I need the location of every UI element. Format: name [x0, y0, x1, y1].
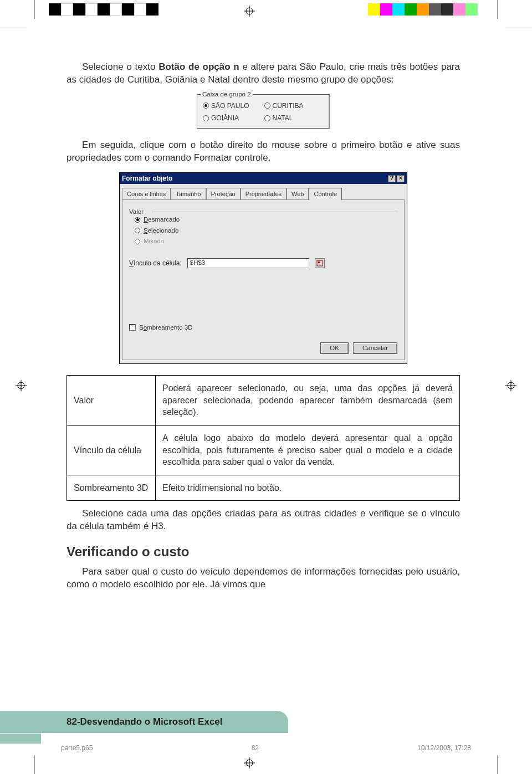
text-run: Selecione o texto [82, 61, 158, 72]
color-bar-right [368, 3, 478, 16]
radio-icon [264, 102, 270, 109]
page-footer-tab [0, 734, 41, 744]
tab-propriedades[interactable]: Propriedades [241, 188, 287, 200]
dialog-titlebar: Formatar objeto ? × [120, 173, 407, 184]
ref-edit-icon [316, 260, 323, 266]
radio-goiania[interactable]: GOIÂNIA [203, 114, 262, 122]
registration-mark-icon [16, 380, 27, 391]
crop-mark [34, 755, 35, 774]
radio-icon [135, 228, 140, 233]
page-number: 82 [66, 716, 77, 727]
crop-mark [34, 0, 35, 19]
definition-table: Valor Poderá aparecer selecionado, ou se… [66, 375, 460, 501]
format-object-dialog: Formatar objeto ? × Cores e linhas Taman… [119, 172, 407, 364]
tab-web[interactable]: Web [287, 188, 309, 200]
ok-button[interactable]: OK [320, 342, 349, 355]
section-heading: Verificando o custo [66, 543, 460, 561]
valor-fieldset: Valor Desmarcado Selecionado Mixado [129, 208, 397, 250]
table-row: Sombreamento 3D Efeito tridimensional no… [67, 475, 460, 501]
radio-desmarcado[interactable]: Desmarcado [135, 216, 392, 224]
crop-mark [505, 28, 532, 28]
book-title: Desvendando o Microsoft Excel [80, 716, 223, 727]
vinculo-row: Vínculo da célula: $H$3 [129, 258, 397, 268]
radio-icon [203, 102, 209, 109]
radio-icon [135, 217, 140, 223]
paragraph: Para saber qual o custo do veículo depen… [66, 566, 460, 591]
desc-cell: A célula logo abaixo do modelo deverá ap… [156, 425, 460, 475]
groupbox-legend: Caixa de grupo 2 [201, 90, 253, 99]
radio-icon [264, 115, 270, 121]
radio-label: CURITIBA [273, 101, 304, 110]
desc-cell: Poderá aparecer selecionado, ou seja, um… [156, 376, 460, 426]
radio-label: NATAL [273, 114, 293, 122]
document-footer: parte5.p65 82 10/12/2003, 17:28 [61, 744, 471, 752]
crop-mark [0, 28, 27, 28]
cancel-button[interactable]: Cancelar [353, 342, 397, 355]
footer-file: parte5.p65 [61, 744, 93, 752]
tab-controle[interactable]: Controle [309, 188, 342, 200]
vinculo-label: Vínculo da célula: [129, 259, 182, 268]
groupbox-figure: Caixa de grupo 2 SÃO PAULO CURITIBA GOIÂ… [197, 94, 330, 129]
radio-icon [135, 239, 140, 244]
opt-label-rest: esmarcado [148, 216, 180, 223]
paragraph: Selecione o texto Botão de opção n e alt… [66, 61, 460, 86]
radio-icon [203, 115, 209, 121]
dialog-title: Formatar objeto [122, 174, 172, 183]
registration-mark-icon [244, 757, 255, 768]
valor-label: Valor [129, 208, 146, 217]
page-footer-band: 82 - Desvendando o Microsoft Excel [0, 711, 288, 733]
paragraph: Selecione cada uma das opções criadas pa… [66, 508, 460, 533]
radio-label: GOIÂNIA [211, 114, 239, 122]
tab-tamanho[interactable]: Tamanho [171, 188, 206, 200]
footer-page: 82 [252, 744, 259, 752]
crop-mark [497, 0, 498, 19]
footer-datetime: 10/12/2003, 17:28 [417, 744, 471, 752]
close-button[interactable]: × [397, 175, 405, 182]
text-run-bold: Botão de opção n [158, 61, 239, 72]
sombreamento-label: Sombreamento 3D [139, 324, 193, 332]
radio-selecionado[interactable]: Selecionado [135, 227, 392, 235]
term-cell: Sombreamento 3D [67, 475, 156, 501]
checkbox-icon [129, 324, 136, 331]
opt-label: Mixado [144, 237, 164, 246]
radio-curitiba[interactable]: CURITIBA [264, 101, 324, 110]
page-body: Selecione o texto Botão de opção n e alt… [66, 61, 460, 598]
dialog-tabpanel: Valor Desmarcado Selecionado Mixado Vínc… [122, 199, 405, 360]
option-group-box: Caixa de grupo 2 SÃO PAULO CURITIBA GOIÂ… [197, 94, 330, 129]
term-cell: Vínculo da célula [67, 425, 156, 475]
sombreamento-row[interactable]: Sombreamento 3D [129, 324, 193, 332]
ref-edit-button[interactable] [315, 258, 325, 268]
color-bar-left [49, 3, 158, 16]
radio-natal[interactable]: NATAL [264, 114, 324, 122]
radio-sao-paulo[interactable]: SÃO PAULO [203, 101, 262, 110]
help-button[interactable]: ? [388, 175, 396, 182]
radio-mixado: Mixado [135, 237, 392, 246]
tab-protecao[interactable]: Proteção [206, 188, 241, 200]
table-row: Vínculo da célula A célula logo abaixo d… [67, 425, 460, 475]
desc-cell: Efeito tridimensional no botão. [156, 475, 460, 501]
paragraph: Em seguida, clique com o botão direito d… [66, 139, 460, 165]
term-cell: Valor [67, 376, 156, 426]
crop-mark [497, 755, 498, 774]
registration-mark-icon [505, 380, 516, 391]
registration-mark-icon [244, 6, 255, 17]
table-row: Valor Poderá aparecer selecionado, ou se… [67, 376, 460, 426]
radio-label: SÃO PAULO [211, 101, 249, 110]
svg-rect-13 [318, 262, 320, 263]
dialog-tabstrip: Cores e linhas Tamanho Proteção Propried… [120, 184, 407, 199]
tab-cores-linhas[interactable]: Cores e linhas [122, 188, 171, 200]
vinculo-input[interactable]: $H$3 [187, 258, 309, 268]
